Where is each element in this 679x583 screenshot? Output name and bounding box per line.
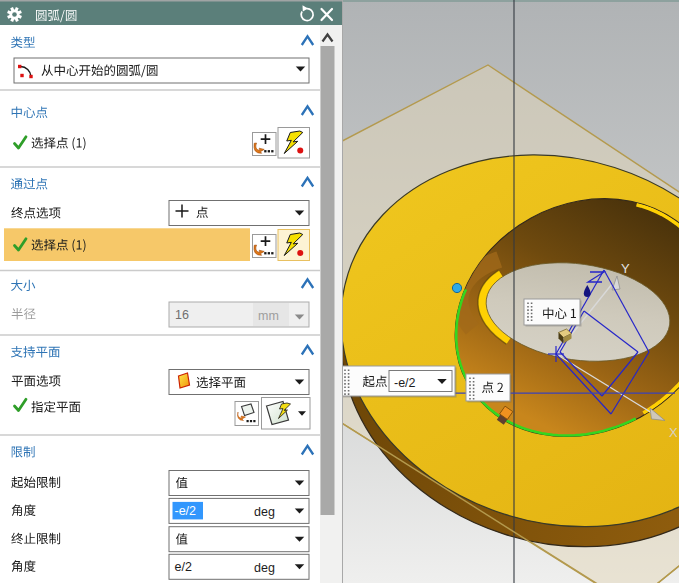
svg-text:deg: deg <box>254 561 275 575</box>
svg-text:-e/2: -e/2 <box>394 376 416 390</box>
svg-text:X: X <box>669 425 678 440</box>
svg-text:deg: deg <box>254 505 275 519</box>
svg-text:-e/2: -e/2 <box>175 504 197 518</box>
svg-text:Y: Y <box>621 261 630 276</box>
svg-text:16: 16 <box>175 308 189 322</box>
svg-text:mm: mm <box>258 309 279 323</box>
svg-text:e/2: e/2 <box>175 560 192 574</box>
